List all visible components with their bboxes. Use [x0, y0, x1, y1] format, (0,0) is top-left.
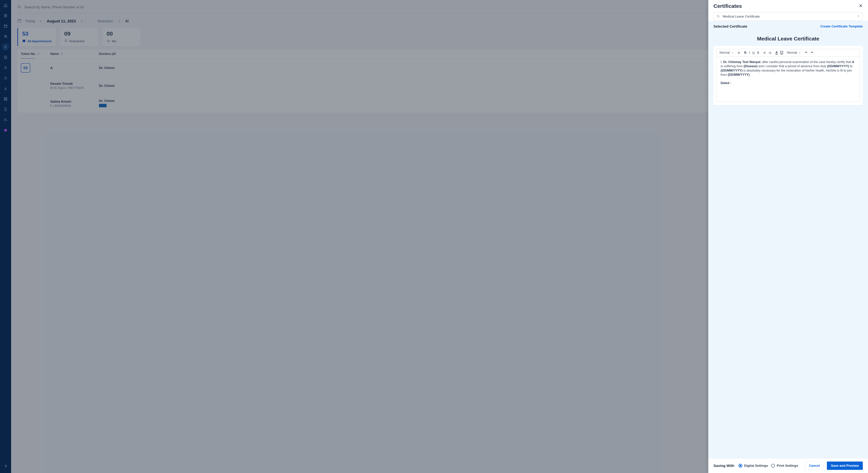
svg-point-12	[4, 129, 7, 132]
underline-icon[interactable]: U	[752, 51, 755, 55]
size-select[interactable]: Normal	[787, 51, 801, 55]
users-icon[interactable]	[2, 33, 9, 40]
certificate-search-select[interactable]: Medical Leave Certificate	[713, 12, 863, 21]
search-icon	[716, 14, 720, 19]
download-icon[interactable]	[2, 85, 9, 92]
calendar-icon[interactable]	[2, 23, 9, 30]
badge-icon[interactable]	[2, 127, 9, 134]
heading-select[interactable]: Normal	[720, 51, 734, 55]
gear-icon[interactable]	[2, 75, 9, 82]
undo-icon[interactable]	[805, 51, 808, 54]
editor-body[interactable]: I, Dr. Chinmay Test Wanpal, after carefu…	[717, 56, 860, 101]
profile-icon[interactable]	[2, 64, 9, 71]
drawer-title: Certificates	[713, 3, 742, 9]
svg-point-26	[769, 53, 769, 54]
certificate-document: Medical Leave Certificate Normal B I U S	[713, 32, 863, 105]
radio-print-settings[interactable]: Print Settings	[771, 464, 798, 468]
file-download-icon[interactable]	[2, 54, 9, 61]
align-icon[interactable]	[737, 51, 740, 54]
qr-icon[interactable]	[2, 95, 9, 102]
svg-point-2	[5, 35, 6, 36]
ordered-list-icon[interactable]: 123	[763, 51, 766, 54]
selected-certificate-label: Selected Certificate	[713, 24, 747, 28]
sidebar	[0, 0, 11, 473]
drawer-footer: Saving With Digital Settings Print Setti…	[708, 458, 868, 473]
svg-point-24	[769, 52, 769, 52]
bullet-list-icon[interactable]	[769, 51, 772, 54]
user-forward-icon[interactable]	[2, 116, 9, 123]
add-icon[interactable]	[2, 43, 9, 50]
dropdown-icon	[858, 15, 860, 18]
saving-with-label: Saving With	[713, 464, 734, 468]
svg-point-3	[6, 36, 7, 36]
save-preview-button[interactable]: Save and Preview	[827, 462, 863, 470]
bold-icon[interactable]: B	[744, 51, 746, 55]
certificates-drawer: Certificates Medical Leave Certificate S…	[708, 0, 868, 473]
certificate-search-value: Medical Leave Certificate	[723, 14, 855, 19]
svg-rect-8	[6, 97, 7, 99]
svg-text:3: 3	[763, 53, 764, 54]
text-color-icon[interactable]: A	[775, 51, 778, 55]
svg-point-6	[5, 78, 6, 79]
svg-point-11	[5, 119, 6, 120]
svg-point-20	[717, 15, 719, 17]
home-icon[interactable]	[2, 2, 9, 9]
expand-icon[interactable]	[2, 463, 9, 470]
create-template-link[interactable]: Create Certificate Template	[820, 25, 863, 28]
document-icon[interactable]	[2, 12, 9, 19]
highlight-icon[interactable]: A	[780, 51, 783, 55]
svg-rect-1	[4, 25, 7, 28]
svg-rect-9	[4, 99, 5, 100]
radio-digital-settings[interactable]: Digital Settings	[739, 464, 768, 468]
svg-point-25	[769, 53, 769, 53]
italic-icon[interactable]: I	[749, 51, 750, 55]
cancel-button[interactable]: Cancel	[805, 462, 824, 470]
svg-rect-7	[4, 97, 5, 99]
strike-icon[interactable]: S	[757, 51, 759, 55]
certificate-title: Medical Leave Certificate	[713, 36, 863, 42]
editor-toolbar: Normal B I U S 123	[717, 49, 860, 56]
main-area: Today August 11, 2023 Session: Al 53 All…	[11, 0, 868, 473]
svg-point-5	[5, 66, 6, 68]
mobile-icon[interactable]	[2, 106, 9, 113]
close-icon[interactable]	[859, 4, 863, 8]
redo-icon[interactable]	[810, 51, 813, 54]
